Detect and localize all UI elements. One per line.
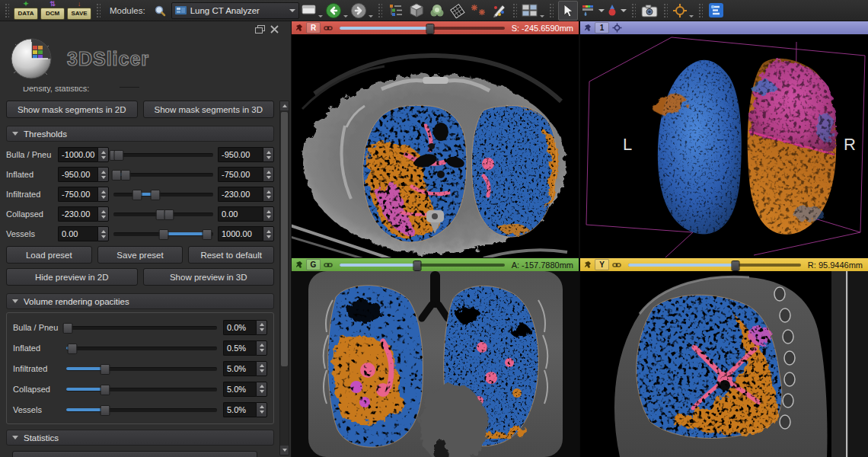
opacity-slider[interactable]: [66, 363, 217, 374]
spinbox-value[interactable]: 5.0%: [223, 382, 256, 397]
threshold-max-spinbox[interactable]: 1000.00: [218, 226, 274, 241]
save-preset-button[interactable]: Save preset: [97, 246, 183, 264]
link-views-icon[interactable]: [324, 24, 333, 32]
import-dicom-button[interactable]: ⇅ DCM: [40, 2, 65, 20]
threshold-range-slider[interactable]: [113, 169, 213, 180]
volume-rendering-button[interactable]: [428, 2, 446, 20]
close-panel-icon[interactable]: [270, 25, 279, 34]
panel-scrollbar[interactable]: [279, 101, 289, 455]
spinbox-value[interactable]: 5.0%: [223, 402, 256, 417]
opacity-slider[interactable]: [66, 322, 217, 333]
back-arrow-button[interactable]: [325, 2, 348, 20]
show-preview-3d-button[interactable]: Show preview in 3D: [143, 268, 275, 286]
threshold-min-spinbox[interactable]: -750.00: [58, 187, 109, 202]
spinbox-arrows[interactable]: [263, 147, 274, 162]
spinbox-arrows[interactable]: [256, 402, 267, 417]
center-view-icon[interactable]: [612, 23, 622, 33]
threshold-min-spinbox[interactable]: -1000.00: [58, 147, 109, 162]
spinbox-value[interactable]: -1000.00: [58, 147, 97, 162]
toolbar-grip[interactable]: [5, 3, 9, 18]
red-view-label[interactable]: R: [306, 22, 321, 34]
spinbox-arrows[interactable]: [263, 206, 274, 222]
threshold-range-slider[interactable]: [113, 149, 213, 160]
toolbar-grip[interactable]: [378, 3, 382, 18]
thresholds-section-header[interactable]: Thresholds: [6, 126, 274, 142]
red-slice-slider[interactable]: [340, 24, 505, 33]
axial-viewport[interactable]: [292, 34, 579, 257]
opacity-spinbox[interactable]: 5.0%: [223, 402, 267, 417]
spinbox-value[interactable]: -950.00: [218, 147, 263, 162]
threshold-min-spinbox[interactable]: 0.00: [58, 226, 109, 241]
spinbox-value[interactable]: -230.00: [218, 187, 263, 202]
scroll-up-button[interactable]: [280, 101, 289, 110]
crosshair-button[interactable]: [672, 2, 694, 20]
models-mesh-button[interactable]: [448, 2, 467, 20]
toolbar-grip[interactable]: [663, 3, 668, 18]
opacity-spinbox[interactable]: 0.0%: [223, 320, 267, 335]
threshold-max-spinbox[interactable]: -750.00: [218, 167, 274, 182]
threed-viewport[interactable]: L R: [580, 34, 868, 257]
spinbox-arrows[interactable]: [97, 187, 109, 202]
threshold-range-slider[interactable]: [113, 228, 213, 239]
reset-default-button[interactable]: Reset to default: [188, 246, 274, 264]
yellow-view-label[interactable]: Y: [595, 259, 609, 270]
spinbox-arrows[interactable]: [97, 147, 109, 162]
undock-panel-icon[interactable]: [255, 25, 265, 34]
threshold-max-spinbox[interactable]: 0.00: [218, 206, 274, 222]
spinbox-value[interactable]: 1000.00: [218, 226, 263, 241]
data-cube-button[interactable]: [407, 2, 426, 20]
spinbox-value[interactable]: -750.00: [58, 187, 97, 202]
show-mask-2d-button[interactable]: Show mask segments in 2D: [6, 101, 138, 118]
spinbox-value[interactable]: 0.5%: [223, 340, 256, 356]
forward-arrow-button[interactable]: [350, 2, 373, 20]
spinbox-arrows[interactable]: [97, 226, 109, 241]
toolbar-grip[interactable]: [549, 3, 554, 18]
green-view-label[interactable]: G: [306, 259, 321, 270]
threed-view-label[interactable]: 1: [595, 22, 609, 34]
scroll-down-button[interactable]: [280, 446, 289, 455]
transforms-button[interactable]: [469, 2, 487, 20]
link-views-icon[interactable]: [324, 261, 333, 269]
spinbox-arrows[interactable]: [256, 320, 267, 335]
module-selector-combobox[interactable]: Lung CT Analyzer: [171, 2, 299, 19]
opacity-slider[interactable]: [66, 343, 217, 353]
threshold-range-slider[interactable]: [113, 209, 213, 219]
link-views-icon[interactable]: [612, 261, 621, 269]
toolbar-grip[interactable]: [698, 3, 703, 18]
module-history-button[interactable]: [302, 2, 323, 20]
toolbar-grip[interactable]: [512, 3, 517, 18]
pin-icon[interactable]: [295, 260, 303, 269]
spinbox-arrows[interactable]: [97, 167, 109, 182]
module-search-button[interactable]: [151, 2, 169, 20]
threshold-min-spinbox[interactable]: -230.00: [58, 206, 109, 222]
hide-preview-2d-button[interactable]: Hide preview in 2D: [6, 268, 138, 286]
toolbar-grip[interactable]: [631, 3, 636, 18]
compute-results-button[interactable]: Compute results: [12, 451, 257, 457]
green-slice-slider[interactable]: [340, 260, 505, 270]
spinbox-value[interactable]: 0.0%: [223, 320, 256, 335]
spinbox-value[interactable]: 0.00: [58, 226, 97, 241]
threshold-max-spinbox[interactable]: -950.00: [218, 147, 274, 162]
spinbox-arrows[interactable]: [256, 361, 267, 376]
threshold-min-spinbox[interactable]: -950.00: [58, 167, 109, 182]
spinbox-arrows[interactable]: [263, 226, 274, 241]
toolbar-grip[interactable]: [96, 3, 101, 18]
layout-selector-button[interactable]: [522, 2, 544, 20]
threshold-range-slider[interactable]: [113, 189, 213, 200]
threshold-max-spinbox[interactable]: -230.00: [218, 187, 274, 202]
opacity-spinbox[interactable]: 0.5%: [223, 340, 267, 356]
statistics-section-header[interactable]: Statistics: [6, 430, 274, 446]
spinbox-value[interactable]: -230.00: [58, 206, 97, 222]
save-data-button[interactable]: ↓ SAVE: [67, 2, 91, 20]
opacities-section-header[interactable]: Volume rendering opacities: [6, 293, 274, 309]
opacity-spinbox[interactable]: 5.0%: [223, 382, 267, 397]
opacity-spinbox[interactable]: 5.0%: [223, 361, 267, 376]
extensions-manager-button[interactable]: [707, 2, 726, 20]
load-preset-button[interactable]: Load preset: [6, 246, 92, 264]
spinbox-arrows[interactable]: [97, 206, 109, 222]
sagittal-viewport[interactable]: [580, 271, 868, 457]
opacity-slider[interactable]: [66, 384, 217, 395]
scrollbar-handle[interactable]: [281, 112, 288, 366]
spinbox-arrows[interactable]: [256, 340, 267, 356]
spinbox-arrows[interactable]: [256, 382, 267, 397]
